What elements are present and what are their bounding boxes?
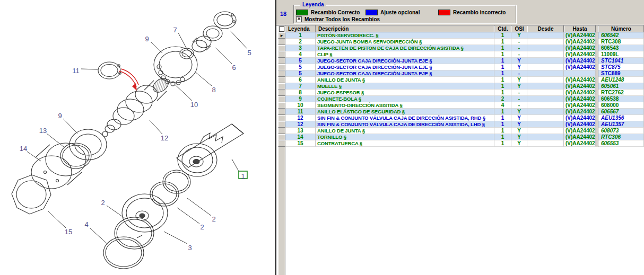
cell-leyenda: 10 xyxy=(285,102,316,109)
record-selector[interactable] xyxy=(278,90,285,96)
cell-numero: AEU1356 xyxy=(598,115,644,121)
part-callout-15[interactable]: 15 xyxy=(65,228,72,236)
select-all-checkbox[interactable] xyxy=(279,26,284,32)
cell-numero: RTC2762 xyxy=(598,90,644,96)
table-row[interactable]: 5JUEGO-SECTOR CAJA DIRECCIÓN-JUNTA EJE §… xyxy=(278,58,644,64)
red-arrow xyxy=(119,69,138,91)
record-selector[interactable] xyxy=(278,70,285,77)
record-selector[interactable] xyxy=(278,102,285,109)
part-callout-3[interactable]: 3 xyxy=(188,244,192,252)
cell-hasta: (V)AA244022 xyxy=(564,51,596,58)
cell-descripcion: COJINETE-BOLA § xyxy=(316,96,494,102)
cell-descripcion: CLIP § xyxy=(316,51,494,58)
cell-descripcion: ANILLO DE JUNTA § xyxy=(316,77,494,83)
record-selector[interactable] xyxy=(278,134,285,140)
leader-line xyxy=(48,211,66,228)
table-row[interactable]: 5JUEGO-SECTOR CAJA DIRECCIÓN-JUNTA EJE §… xyxy=(278,64,644,70)
table-row[interactable]: 6ANILLO DE JUNTA §1Y(V)AA244022AEU1248 xyxy=(278,77,644,83)
table-row[interactable]: 12SIN FIN & CONJUNTO VÁLVULA CAJA DE DIR… xyxy=(278,121,644,128)
table-row[interactable]: 11ANILLO ELÁSTICO DE SEGURIDAD §1Y(V)AA2… xyxy=(278,109,644,115)
table-row[interactable]: 14TORNILLO §1Y(V)AA244022RTC306 xyxy=(278,134,644,140)
cell-desde xyxy=(527,77,564,83)
table-row[interactable]: 15CONTRATUERCA §1Y(V)AA244022606553 xyxy=(278,140,644,147)
column-header-2[interactable]: Ctd. xyxy=(494,25,511,32)
record-selector[interactable] xyxy=(278,58,285,64)
part-callout-5[interactable]: 5 xyxy=(247,49,251,57)
table-row[interactable]: 12SIN FIN & CONJUNTO VÁLVULA CAJA DE DIR… xyxy=(278,115,644,121)
table-row[interactable]: 4CLIP §1-(V)AA24402211009L xyxy=(278,51,644,58)
cell-desde xyxy=(527,90,564,96)
cell-hasta: (V)AA244022 xyxy=(564,134,596,140)
table-row[interactable]: 10SEGMENTO-DIRECCIÓN ASISTIDA §4-(V)AA24… xyxy=(278,102,644,109)
cell-desde xyxy=(527,134,564,140)
column-header-6[interactable]: Número xyxy=(598,25,644,32)
part-callout-11[interactable]: 11 xyxy=(72,67,80,75)
column-header-0[interactable]: Leyenda xyxy=(285,25,316,32)
record-selector[interactable] xyxy=(278,64,285,70)
cell-ctd: 1 xyxy=(494,134,511,140)
cell-numero: 11009L xyxy=(598,51,644,58)
cell-leyenda: 12 xyxy=(285,115,316,121)
cell-osi: Y xyxy=(511,77,527,83)
column-header-3[interactable]: OSI xyxy=(511,25,527,32)
part-callout-9[interactable]: 9 xyxy=(58,112,62,120)
part-callout-14[interactable]: 14 xyxy=(20,145,27,153)
leader-line xyxy=(195,72,212,86)
record-selector[interactable] xyxy=(278,77,285,83)
part-callout-13[interactable]: 13 xyxy=(39,127,47,135)
cell-leyenda: 2 xyxy=(285,39,316,45)
cell-leyenda: 8 xyxy=(285,90,316,96)
record-selector[interactable] xyxy=(278,109,285,115)
column-header-1[interactable]: Descripción xyxy=(316,25,494,32)
part-callout-2[interactable]: 2 xyxy=(212,215,215,223)
cell-desde xyxy=(527,96,564,102)
record-selector[interactable] xyxy=(278,96,285,102)
part-callout-8[interactable]: 8 xyxy=(212,86,215,94)
part-callout-1[interactable]: 1 xyxy=(241,172,245,180)
legend-color-swatch xyxy=(365,10,378,15)
table-row[interactable]: 5JUEGO-SECTOR CAJA DIRECCIÓN-JUNTA EJE §… xyxy=(278,70,644,77)
table-row[interactable]: 2JUEGO-JUNTA BOMBA SERVODIRECCIÓN §1-(V)… xyxy=(278,39,644,45)
column-header-5[interactable]: Hasta xyxy=(564,25,596,32)
part-callout-2[interactable]: 2 xyxy=(101,199,105,207)
legend-item-label: Ajuste opcional xyxy=(380,10,420,15)
record-selector[interactable] xyxy=(278,115,285,121)
current-record-marker[interactable]: ▶ xyxy=(278,32,285,39)
part-callout-2[interactable]: 2 xyxy=(200,223,204,231)
cell-osi: - xyxy=(511,102,527,109)
record-selector[interactable] xyxy=(278,140,285,147)
record-selector[interactable] xyxy=(278,39,285,45)
record-selector[interactable] xyxy=(278,83,285,90)
part-callout-6[interactable]: 6 xyxy=(232,64,236,72)
cell-leyenda: 13 xyxy=(285,128,316,134)
cell-ctd: 1 xyxy=(494,140,511,147)
record-selector[interactable] xyxy=(278,45,285,51)
legend-strip: 18 Leyenda Recambio CorrectoAjuste opcio… xyxy=(276,0,644,25)
table-row[interactable]: 9COJINETE-BOLA §2-(V)AA244022606538 xyxy=(278,96,644,102)
table-row[interactable]: 7MUELLE §1Y(V)AA244022605061 xyxy=(278,83,644,90)
cell-osi: Y xyxy=(511,128,527,134)
part-callout-9[interactable]: 9 xyxy=(145,35,149,43)
cell-osi: - xyxy=(511,96,527,102)
column-header-4[interactable]: Desde xyxy=(527,25,564,32)
part-callout-7[interactable]: 7 xyxy=(173,26,177,34)
record-selector[interactable] xyxy=(278,51,285,58)
cell-ctd: 1 xyxy=(494,32,511,39)
cell-hasta: (V)AA244022 xyxy=(564,77,596,83)
table-row[interactable]: 8JUEGO-ESPESOR §1-(V)AA244022RTC2762 xyxy=(278,90,644,96)
table-row[interactable]: ▶1PISTÓN-SERVODIRECC. §1Y(V)AA2440226065… xyxy=(278,32,644,39)
cell-descripcion: TAPA-RETÉN DE PISTON DE CAJA DE DIRECCIÓ… xyxy=(316,45,494,51)
record-selector[interactable] xyxy=(278,121,285,128)
show-all-parts-checkbox[interactable]: ✕ xyxy=(296,16,302,22)
record-selector[interactable] xyxy=(278,128,285,134)
part-callout-4[interactable]: 4 xyxy=(84,220,88,228)
table-row[interactable]: 3TAPA-RETÉN DE PISTON DE CAJA DE DIRECCI… xyxy=(278,45,644,51)
cell-descripcion: JUEGO-SECTOR CAJA DIRECCIÓN-JUNTA EJE § xyxy=(316,64,494,70)
part-callout-10[interactable]: 10 xyxy=(190,101,198,109)
table-row[interactable]: 13ANILLO DE JUNTA §1Y(V)AA244022608073 xyxy=(278,128,644,134)
cell-leyenda: 6 xyxy=(285,77,316,83)
cell-descripcion: ANILLO DE JUNTA § xyxy=(316,128,494,134)
cell-numero: RTC308 xyxy=(598,39,644,45)
header-select-all[interactable] xyxy=(278,25,285,32)
part-callout-12[interactable]: 12 xyxy=(161,134,168,142)
